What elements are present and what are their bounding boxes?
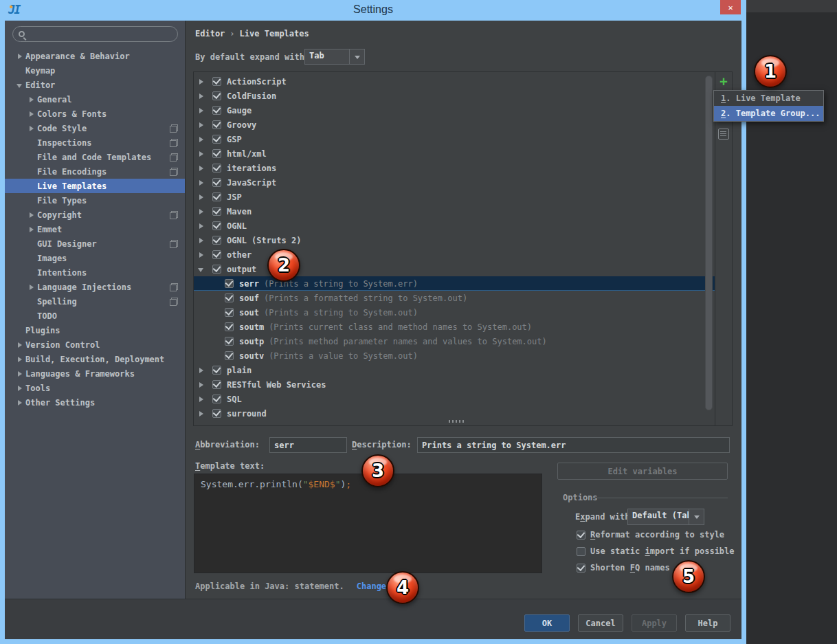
option-checkbox[interactable] (577, 531, 585, 540)
popup-item-live-template[interactable]: 1. Live Template (714, 91, 823, 106)
option-checkbox[interactable] (577, 547, 585, 556)
expand-arrow-icon[interactable] (197, 179, 207, 187)
sidebar-item-languages-frameworks[interactable]: Languages & Frameworks (5, 366, 185, 381)
expand-arrow-icon[interactable] (16, 341, 25, 349)
template-checkbox[interactable] (212, 135, 221, 144)
sidebar-item-code-style[interactable]: Code Style (5, 121, 185, 135)
expand-arrow-icon[interactable] (197, 150, 207, 158)
titlebar[interactable]: JI Settings ✕ (0, 0, 746, 21)
template-soutv[interactable]: soutv(Prints a value to System.out) (194, 348, 715, 363)
sidebar-item-inspections[interactable]: Inspections (5, 135, 185, 150)
expand-arrow-icon[interactable] (27, 124, 37, 133)
template-checkbox[interactable] (212, 178, 221, 187)
template-group-javascript[interactable]: JavaScript (194, 175, 715, 190)
template-editor[interactable]: System.err.println("$END$"); (194, 474, 542, 573)
abbreviation-input[interactable] (269, 437, 347, 453)
sidebar-item-other-settings[interactable]: Other Settings (5, 395, 185, 410)
sidebar-item-keymap[interactable]: Keymap (5, 63, 185, 78)
template-soutm[interactable]: soutm(Prints current class and method na… (194, 320, 715, 334)
chevron-down-icon[interactable] (689, 509, 704, 524)
template-group-iterations[interactable]: iterations (194, 161, 715, 175)
help-button[interactable]: Help (685, 614, 730, 632)
sidebar-item-gui-designer[interactable]: GUI Designer (5, 236, 185, 251)
template-checkbox[interactable] (212, 77, 221, 86)
sidebar-item-general[interactable]: General (5, 92, 185, 107)
close-button[interactable]: ✕ (720, 0, 741, 14)
change-link[interactable]: Change (357, 581, 386, 591)
template-group-html-xml[interactable]: html/xml (194, 146, 715, 161)
expand-arrow-icon[interactable] (16, 81, 25, 89)
template-soutp[interactable]: soutp(Prints method parameter names and … (194, 334, 715, 348)
expand-arrow-icon[interactable] (197, 265, 207, 274)
template-checkbox[interactable] (212, 366, 221, 375)
template-checkbox[interactable] (212, 409, 221, 418)
expand-with-select[interactable]: Default (Tab) (627, 509, 704, 525)
template-group-sql[interactable]: SQL (194, 392, 715, 406)
template-checkbox[interactable] (225, 279, 234, 288)
template-checkbox[interactable] (225, 308, 234, 317)
template-checkbox[interactable] (212, 91, 221, 100)
expand-arrow-icon[interactable] (16, 355, 25, 364)
expand-arrow-icon[interactable] (16, 399, 25, 407)
default-expand-select[interactable]: Tab (304, 49, 365, 65)
sidebar-item-version-control[interactable]: Version Control (5, 337, 185, 352)
template-group-maven[interactable]: Maven (194, 204, 715, 219)
template-checkbox[interactable] (212, 149, 221, 158)
sidebar-item-appearance-behavior[interactable]: Appearance & Behavior (5, 49, 185, 63)
expand-arrow-icon[interactable] (27, 96, 37, 104)
template-group-ognl[interactable]: OGNL (194, 219, 715, 233)
expand-arrow-icon[interactable] (197, 164, 207, 173)
template-group-surround[interactable]: surround (194, 406, 715, 421)
expand-arrow-icon[interactable] (197, 208, 207, 216)
sidebar-item-images[interactable]: Images (5, 251, 185, 265)
expand-arrow-icon[interactable] (197, 251, 207, 259)
expand-arrow-icon[interactable] (16, 384, 25, 392)
template-checkbox[interactable] (212, 106, 221, 115)
template-sout[interactable]: sout(Prints a string to System.out) (194, 305, 715, 320)
expand-arrow-icon[interactable] (197, 236, 207, 245)
template-group-actionscript[interactable]: ActionScript (194, 74, 715, 89)
template-checkbox[interactable] (212, 164, 221, 173)
sidebar-item-file-types[interactable]: File Types (5, 193, 185, 208)
description-input[interactable] (417, 437, 730, 453)
template-souf[interactable]: souf(Prints a formatted string to System… (194, 291, 715, 305)
settings-search-box[interactable] (12, 26, 178, 42)
chevron-down-icon[interactable] (349, 49, 364, 64)
template-checkbox[interactable] (212, 207, 221, 216)
sidebar-item-intentions[interactable]: Intentions (5, 265, 185, 280)
expand-arrow-icon[interactable] (27, 283, 37, 291)
expand-arrow-icon[interactable] (197, 78, 207, 86)
expand-arrow-icon[interactable] (197, 410, 207, 418)
template-checkbox[interactable] (225, 322, 234, 331)
option-use-static-import-if-possible[interactable]: Use static import if possible (577, 546, 735, 556)
sidebar-item-spelling[interactable]: Spelling (5, 294, 185, 309)
settings-search-input[interactable] (29, 30, 172, 39)
template-checkbox[interactable] (212, 236, 221, 245)
expand-arrow-icon[interactable] (197, 222, 207, 230)
sidebar-item-emmet[interactable]: Emmet (5, 222, 185, 236)
sidebar-item-tools[interactable]: Tools (5, 381, 185, 395)
expand-arrow-icon[interactable] (16, 370, 25, 378)
template-checkbox[interactable] (225, 293, 234, 302)
sidebar-item-file-encodings[interactable]: File Encodings (5, 164, 185, 179)
expand-arrow-icon[interactable] (197, 135, 207, 144)
option-shorten-fq-names[interactable]: Shorten FQ names (577, 563, 670, 573)
add-template-icon[interactable]: + (715, 74, 732, 88)
sidebar-item-live-templates[interactable]: Live Templates (5, 179, 185, 193)
template-checkbox[interactable] (212, 265, 221, 274)
sidebar-item-language-injections[interactable]: Language Injections (5, 280, 185, 294)
template-group-gauge[interactable]: Gauge (194, 103, 715, 118)
ok-button[interactable]: OK (524, 614, 570, 632)
template-checkbox[interactable] (212, 192, 221, 201)
expand-arrow-icon[interactable] (197, 193, 207, 201)
template-group-coldfusion[interactable]: ColdFusion (194, 89, 715, 103)
option-reformat-according-to-style[interactable]: Reformat according to style (577, 530, 724, 540)
sort-list-icon[interactable] (718, 129, 729, 140)
template-group-gsp[interactable]: GSP (194, 132, 715, 146)
expand-arrow-icon[interactable] (197, 366, 207, 375)
expand-arrow-icon[interactable] (27, 110, 37, 118)
cancel-button[interactable]: Cancel (578, 614, 623, 632)
sidebar-item-copyright[interactable]: Copyright (5, 208, 185, 222)
sidebar-item-colors-fonts[interactable]: Colors & Fonts (5, 107, 185, 121)
template-group-ognl-struts-2[interactable]: OGNL (Struts 2) (194, 233, 715, 247)
